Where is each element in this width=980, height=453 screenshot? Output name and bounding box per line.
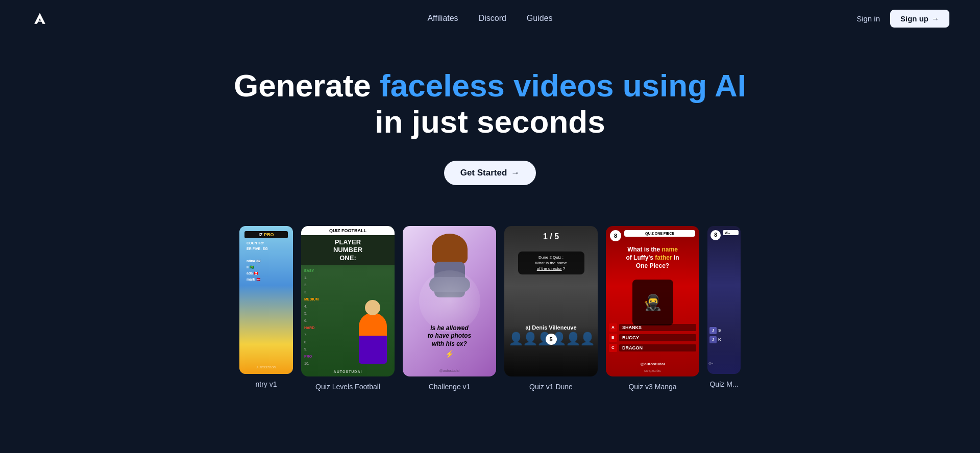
arrow-icon: → [932,14,939,23]
video-card-3[interactable]: Is he allowedto have photoswith his ex? … [403,226,496,376]
card-wrapper-5: 8 QUIZ ONE PIECE What is the nameof Luff… [606,226,699,391]
hero-subtitle: in just seconds [10,104,970,140]
nav-discord[interactable]: Discord [479,14,506,23]
card-label-5: Quiz v3 Manga [628,383,676,391]
card-label-1: ntry v1 [255,380,277,388]
hero-title-colored: faceless videos using AI [380,68,746,103]
video-cards-section: IZ PRO COUNTRY ER FIVE: EG ntina 🇦🇷 il 🇧… [0,211,980,401]
get-started-label: Get Started [460,168,507,178]
card-label-4: Quiz v1 Dune [529,383,573,391]
card-label-6: Quiz M... [709,380,738,388]
navbar-actions: Sign in Sign up → [856,10,949,28]
hero-title: Generate faceless videos using AI [10,67,970,104]
nav-links: Affiliates Discord Guides [427,14,552,23]
video-card-4[interactable]: 1 / 5 Dune 2 Quiz :What is the nameof th… [504,226,598,376]
nav-guides[interactable]: Guides [527,14,553,23]
card-wrapper-1: IZ PRO COUNTRY ER FIVE: EG ntina 🇦🇷 il 🇧… [239,226,293,388]
hero-title-plain: Generate [234,68,380,103]
video-card-6[interactable]: 8 W... J S J K @a... [707,226,741,374]
card-wrapper-3: Is he allowedto have photoswith his ex? … [403,226,496,391]
logo-icon [31,9,49,28]
card-wrapper-6: 8 W... J S J K @a... Q [707,226,741,388]
cta-arrow-icon: → [511,168,520,178]
card-wrapper-4: 1 / 5 Dune 2 Quiz :What is the nameof th… [504,226,598,391]
get-started-button[interactable]: Get Started → [444,161,536,185]
sign-in-button[interactable]: Sign in [856,14,880,23]
navbar: Affiliates Discord Guides Sign in Sign u… [0,0,980,37]
logo[interactable] [31,9,49,28]
sign-up-button[interactable]: Sign up → [890,10,949,28]
card-wrapper-2: QUIZ FOOTBALL PLAYERNUMBERONE: EASY 1.2.… [301,226,395,391]
video-card-2[interactable]: QUIZ FOOTBALL PLAYERNUMBERONE: EASY 1.2.… [301,226,395,376]
card-label-3: Challenge v1 [429,383,471,391]
video-card-5[interactable]: 8 QUIZ ONE PIECE What is the nameof Luff… [606,226,699,376]
video-card-1[interactable]: IZ PRO COUNTRY ER FIVE: EG ntina 🇦🇷 il 🇧… [239,226,293,374]
card-label-2: Quiz Levels Football [315,383,380,391]
nav-affiliates[interactable]: Affiliates [427,14,458,23]
hero-section: Generate faceless videos using AI in jus… [0,37,980,211]
sign-up-label: Sign up [900,14,928,23]
